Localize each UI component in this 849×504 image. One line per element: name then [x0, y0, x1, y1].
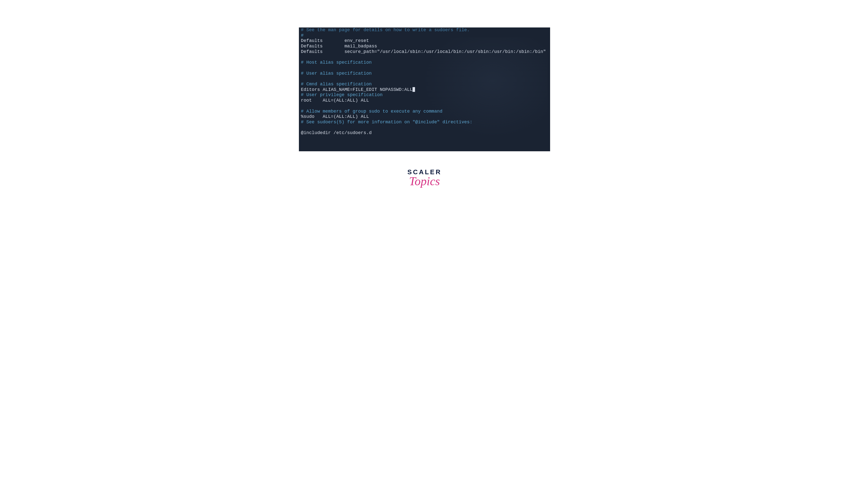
terminal-line — [301, 66, 548, 71]
terminal-line — [301, 55, 548, 60]
terminal-line: # Cmnd alias specification — [301, 82, 548, 87]
terminal-line: Defaults env_reset — [301, 38, 548, 44]
scaler-topics-logo: SCALER Topics — [408, 169, 442, 186]
terminal-line: %sudo ALL=(ALL:ALL) ALL — [301, 114, 548, 120]
terminal-line — [301, 76, 548, 82]
terminal-line — [301, 103, 548, 109]
logo-topics-text: Topics — [408, 176, 442, 186]
terminal-line: # — [301, 33, 548, 38]
terminal-line: @includedir /etc/sudoers.d — [301, 130, 548, 136]
text-cursor — [412, 87, 415, 92]
terminal-line: Defaults secure_path="/usr/local/sbin:/u… — [301, 49, 548, 55]
terminal-line: Editors ALIAS_NAME=FILE_EDIT NOPASSWD:AL… — [301, 87, 548, 93]
terminal-window: # See the man page for details on how to… — [299, 28, 550, 151]
terminal-line: Defaults mail_badpass — [301, 44, 548, 49]
terminal-line: # Allow members of group sudo to execute… — [301, 109, 548, 114]
terminal-line: # See the man page for details on how to… — [301, 28, 548, 33]
terminal-line — [301, 125, 548, 130]
terminal-line: # Host alias specification — [301, 60, 548, 66]
terminal-line: # User alias specification — [301, 71, 548, 76]
terminal-line: # User privilege specification — [301, 92, 548, 98]
terminal-line: root ALL=(ALL:ALL) ALL — [301, 98, 548, 103]
terminal-line: # See sudoers(5) for more information on… — [301, 120, 548, 125]
